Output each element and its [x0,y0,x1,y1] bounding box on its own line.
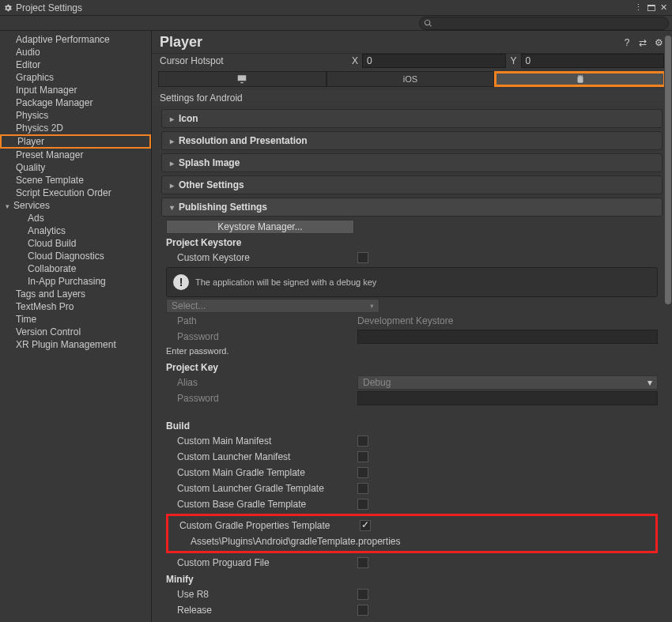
project-keystore-heading: Project Keystore [166,237,658,248]
sidebar-item-quality[interactable]: Quality [0,161,151,174]
chevron-down-icon: ▾ [647,377,652,388]
foldout-resolution[interactable]: Resolution and Presentation [161,131,663,150]
sidebar-item-physics2d[interactable]: Physics 2D [0,122,151,134]
clm-label: Custom Launcher Manifest [166,451,357,462]
password-label: Password [166,331,357,342]
key-password-input[interactable] [357,391,658,405]
path-label: Path [166,315,357,326]
sidebar-item-editor[interactable]: Editor [0,58,151,71]
release-checkbox[interactable] [357,605,368,616]
outer-scrollbar[interactable] [664,34,672,619]
sidebar-item-iap[interactable]: In-App Purchasing [0,275,151,288]
window-title: Project Settings [16,2,82,13]
ios-label: iOS [403,74,417,84]
foldout-other[interactable]: Other Settings [161,175,663,194]
sidebar-item-input-manager[interactable]: Input Manager [0,84,151,96]
path-value: Development Keystore [357,315,453,326]
cursor-hotspot-label: Cursor Hotspot [160,55,352,66]
cgpt-label: Custom Gradle Properties Template [168,520,360,531]
sidebar-item-time[interactable]: Time [0,313,151,326]
sidebar-item-analytics[interactable]: Analytics [0,224,151,237]
search-icon [424,19,432,28]
custom-keystore-checkbox[interactable] [357,252,368,263]
x-label: X [352,55,362,66]
gear-icon [3,3,13,13]
settings-for-label: Settings for Android [152,90,672,106]
sidebar-item-cloud-build[interactable]: Cloud Build [0,237,151,250]
info-icon: ! [173,274,189,290]
chevron-down-icon: ▾ [370,302,374,310]
minify-heading: Minify [166,574,658,585]
project-key-heading: Project Key [166,362,658,373]
cpf-checkbox[interactable] [357,557,368,568]
sidebar-item-xr[interactable]: XR Plugin Management [0,338,151,351]
sidebar-item-ads[interactable]: Ads [0,212,151,224]
clgt-checkbox[interactable] [357,483,368,494]
foldout-splash[interactable]: Splash Image [161,153,663,172]
cpf-label: Custom Proguard File [166,557,357,568]
sidebar-item-services[interactable]: Services [0,199,151,212]
cbgt-checkbox[interactable] [357,499,368,510]
publishing-panel: Keystore Manager... Project Keystore Cus… [157,220,667,621]
menu-icon[interactable]: ⋮ [632,2,644,13]
search-input[interactable] [419,17,669,30]
page-title: Player [160,34,202,51]
cmm-checkbox[interactable] [357,435,368,447]
sidebar-item-audio[interactable]: Audio [0,46,151,58]
debug-key-info: ! The application will be signed with a … [166,267,658,297]
gradle-template-path: Assets\Plugins\Android\gradleTemplate.pr… [168,533,655,549]
custom-keystore-label: Custom Keystore [166,252,357,263]
sidebar-item-cloud-diag[interactable]: Cloud Diagnostics [0,250,151,262]
sidebar-item-adaptive[interactable]: Adaptive Performance [0,33,151,46]
cgpt-checkbox[interactable] [360,520,371,531]
alias-label: Alias [166,377,357,388]
help-icon[interactable]: ? [621,37,632,48]
preset-icon[interactable]: ⇄ [637,37,648,48]
sidebar-item-player[interactable]: Player [0,134,151,149]
keystore-password-input[interactable] [357,330,658,344]
foldout-icon[interactable]: Icon [161,109,663,128]
cursor-x-input[interactable] [362,54,506,68]
foldout-publishing[interactable]: Publishing Settings [161,198,663,217]
sidebar-item-graphics[interactable]: Graphics [0,71,151,84]
close-icon[interactable]: ✕ [658,2,669,13]
enter-password-note: Enter password. [166,346,658,356]
platform-tab-standalone[interactable] [158,71,327,87]
sidebar-item-script-exec[interactable]: Script Execution Order [0,187,151,199]
sidebar-item-preset-manager[interactable]: Preset Manager [0,149,151,161]
key-password-label: Password [166,393,357,404]
cmgt-label: Custom Main Gradle Template [166,467,357,478]
sidebar: Adaptive Performance Audio Editor Graphi… [0,31,152,622]
sidebar-item-physics[interactable]: Physics [0,109,151,122]
clm-checkbox[interactable] [357,451,368,462]
sidebar-item-vc[interactable]: Version Control [0,326,151,338]
settings-icon[interactable]: ⚙ [653,37,664,48]
keystore-manager-button[interactable]: Keystore Manager... [166,220,354,234]
cursor-y-input[interactable] [521,54,665,68]
clgt-label: Custom Launcher Gradle Template [166,483,357,494]
use-r8-label: Use R8 [166,589,357,600]
y-label: Y [511,55,521,66]
info-message: The application will be signed with a de… [195,277,376,287]
build-heading: Build [166,420,658,432]
sidebar-item-collab[interactable]: Collaborate [0,262,151,275]
cmm-label: Custom Main Manifest [166,435,357,447]
platform-tab-ios[interactable]: iOS [327,71,495,87]
sidebar-item-tags[interactable]: Tags and Layers [0,288,151,300]
maximize-icon[interactable]: 🗖 [645,2,656,13]
android-icon [575,74,586,85]
release-label: Release [166,605,357,616]
sidebar-item-tmp[interactable]: TextMesh Pro [0,300,151,313]
keystore-select-dropdown[interactable]: Select...▾ [166,299,379,313]
sidebar-item-package-manager[interactable]: Package Manager [0,96,151,109]
cbgt-label: Custom Base Gradle Template [166,499,357,510]
gradle-properties-highlight: Custom Gradle Properties Template Assets… [166,514,658,553]
desktop-icon [236,74,247,85]
platform-tab-android[interactable] [494,71,666,87]
sidebar-item-scene-template[interactable]: Scene Template [0,174,151,187]
cmgt-checkbox[interactable] [357,467,368,478]
alias-dropdown[interactable]: Debug▾ [357,375,658,390]
use-r8-checkbox[interactable] [357,589,368,600]
